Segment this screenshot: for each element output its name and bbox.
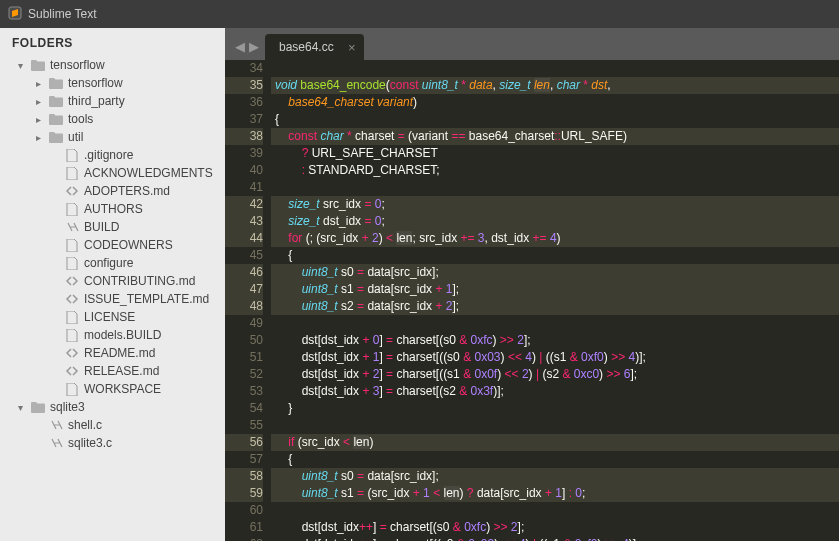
code-line[interactable] [271,315,839,332]
code-line[interactable]: dst[dst_idx + 1] = charset[((s0 & 0x03) … [271,349,839,366]
expander-icon[interactable]: ▾ [18,60,30,71]
sidebar-heading: FOLDERS [0,28,225,56]
file-item-issue_template-md[interactable]: ISSUE_TEMPLATE.md [0,290,225,308]
file-item-readme-md[interactable]: README.md [0,344,225,362]
nav-forward-icon[interactable]: ▶ [249,39,259,54]
file-item-sqlite3-c[interactable]: sqlite3.c [0,434,225,452]
line-number: 36 [225,94,263,111]
editor-area: ◀ ▶ base64.cc × 343536373839404142434445… [225,28,839,541]
folder-icon [30,400,46,414]
code-line[interactable]: { [271,111,839,128]
code-line[interactable]: dst[dst_idx + 2] = charset[((s1 & 0x0f) … [271,366,839,383]
tab-filename: base64.cc [279,40,334,54]
file-icon [64,238,80,252]
line-number: 53 [225,383,263,400]
file-item-codeowners[interactable]: CODEOWNERS [0,236,225,254]
code-line[interactable]: size_t src_idx = 0; [271,196,839,213]
code-line[interactable]: uint8_t s1 = (src_idx + 1 < len) ? data[… [271,485,839,502]
expander-icon[interactable]: ▾ [18,402,30,413]
folder-item-util[interactable]: ▸util [0,128,225,146]
line-number: 42 [225,196,263,213]
file-item-license[interactable]: LICENSE [0,308,225,326]
md-icon [64,184,80,198]
code-line[interactable]: dst[dst_idx + 0] = charset[(s0 & 0xfc) >… [271,332,839,349]
expander-icon[interactable]: ▸ [36,78,48,89]
code-line[interactable]: dst[dst_idx + 3] = charset[(s2 & 0x3f)]; [271,383,839,400]
folder-item-tensorflow[interactable]: ▸tensorflow [0,74,225,92]
code-line[interactable]: uint8_t s0 = data[src_idx]; [271,264,839,281]
code-line[interactable]: dst[dst_idx++] = charset[((s0 & 0x03) <<… [271,536,839,541]
code-content[interactable]: void base64_encode(const uint8_t * data,… [271,60,839,541]
close-icon[interactable]: × [348,40,356,55]
file-item-adopters-md[interactable]: ADOPTERS.md [0,182,225,200]
code-line[interactable]: ? URL_SAFE_CHARSET [271,145,839,162]
nav-back-icon[interactable]: ◀ [235,39,245,54]
expander-icon[interactable]: ▸ [36,96,48,107]
folder-item-sqlite3[interactable]: ▾sqlite3 [0,398,225,416]
line-number: 39 [225,145,263,162]
folder-icon [48,76,64,90]
line-gutter: 3435363738394041424344454647484950515253… [225,60,271,541]
file-item-authors[interactable]: AUTHORS [0,200,225,218]
file-item-shell-c[interactable]: shell.c [0,416,225,434]
code-line[interactable]: { [271,451,839,468]
file-item-release-md[interactable]: RELEASE.md [0,362,225,380]
code-line[interactable]: : STANDARD_CHARSET; [271,162,839,179]
file-item-build[interactable]: BUILD [0,218,225,236]
line-number: 61 [225,519,263,536]
md-icon [64,292,80,306]
code-line[interactable]: base64_charset variant) [271,94,839,111]
line-number: 46 [225,264,263,281]
code-line[interactable]: size_t dst_idx = 0; [271,213,839,230]
file-item-contributing-md[interactable]: CONTRIBUTING.md [0,272,225,290]
code-line[interactable]: uint8_t s0 = data[src_idx]; [271,468,839,485]
expander-icon[interactable]: ▸ [36,114,48,125]
app-title: Sublime Text [28,7,96,21]
line-number: 50 [225,332,263,349]
editor[interactable]: 3435363738394041424344454647484950515253… [225,60,839,541]
app-icon [8,6,28,23]
code-line[interactable]: } [271,400,839,417]
code-line[interactable]: uint8_t s2 = data[src_idx + 2]; [271,298,839,315]
code-line[interactable] [271,179,839,196]
line-number: 57 [225,451,263,468]
file-icon [64,148,80,162]
code-line[interactable]: for (; (src_idx + 2) < len; src_idx += 3… [271,230,839,247]
line-number: 62 [225,536,263,541]
file-icon [64,202,80,216]
file-item--gitignore[interactable]: .gitignore [0,146,225,164]
folder-item-tensorflow[interactable]: ▾tensorflow [0,56,225,74]
code-line[interactable]: { [271,247,839,264]
expander-icon[interactable]: ▸ [36,132,48,143]
line-number: 48 [225,298,263,315]
code-line[interactable] [271,417,839,434]
line-number: 47 [225,281,263,298]
line-number: 58 [225,468,263,485]
folder-tree[interactable]: ▾tensorflow▸tensorflow▸third_party▸tools… [0,56,225,452]
code-line[interactable]: uint8_t s1 = data[src_idx + 1]; [271,281,839,298]
folder-item-tools[interactable]: ▸tools [0,110,225,128]
line-number: 44 [225,230,263,247]
line-number: 59 [225,485,263,502]
code-line[interactable] [271,502,839,519]
file-item-workspace[interactable]: WORKSPACE [0,380,225,398]
file-item-models-build[interactable]: models.BUILD [0,326,225,344]
file-item-acknowledgments[interactable]: ACKNOWLEDGMENTS [0,164,225,182]
code-icon [64,220,80,234]
sidebar: FOLDERS ▾tensorflow▸tensorflow▸third_par… [0,28,225,541]
folder-icon [30,58,46,72]
file-item-configure[interactable]: configure [0,254,225,272]
code-line[interactable]: void base64_encode(const uint8_t * data,… [271,77,839,94]
folder-icon [48,94,64,108]
tab-active[interactable]: base64.cc × [265,34,364,60]
code-line[interactable]: const char * charset = (variant == base6… [271,128,839,145]
folder-item-third_party[interactable]: ▸third_party [0,92,225,110]
code-line[interactable] [271,60,839,77]
code-line[interactable]: dst[dst_idx++] = charset[(s0 & 0xfc) >> … [271,519,839,536]
line-number: 43 [225,213,263,230]
line-number: 54 [225,400,263,417]
md-icon [64,364,80,378]
line-number: 34 [225,60,263,77]
line-number: 52 [225,366,263,383]
code-line[interactable]: if (src_idx < len) [271,434,839,451]
